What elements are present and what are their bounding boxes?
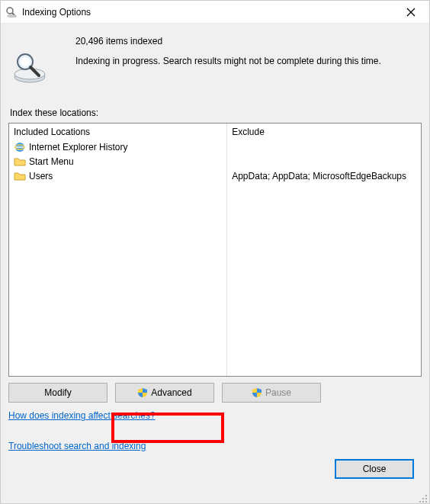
svg-point-8 bbox=[21, 57, 30, 66]
list-item-label: Users bbox=[29, 171, 53, 181]
svg-point-0 bbox=[7, 8, 13, 14]
shield-icon bbox=[137, 387, 148, 398]
exclude-cell bbox=[232, 140, 416, 154]
button-label: Modify bbox=[44, 387, 71, 398]
modify-button[interactable]: Modify bbox=[8, 383, 108, 403]
status-text: 20,496 items indexed Indexing in progres… bbox=[75, 36, 381, 85]
items-indexed-count: 20,496 items indexed bbox=[75, 36, 381, 47]
exclude-cell bbox=[232, 155, 416, 169]
svg-point-13 bbox=[422, 498, 424, 499]
status-section: 20,496 items indexed Indexing in progres… bbox=[8, 36, 422, 85]
close-window-button[interactable] bbox=[396, 2, 426, 23]
button-label: Close bbox=[363, 464, 387, 474]
app-icon bbox=[5, 6, 18, 18]
close-icon bbox=[406, 8, 416, 17]
exclude-header[interactable]: Exclude bbox=[232, 127, 416, 137]
button-label: Pause bbox=[265, 387, 291, 398]
window-title: Indexing Options bbox=[22, 7, 396, 18]
list-item[interactable]: Internet Explorer History bbox=[14, 140, 222, 154]
button-label: Advanced bbox=[151, 387, 191, 398]
how-indexing-link[interactable]: How does indexing affect searches? bbox=[8, 410, 422, 421]
folder-icon bbox=[14, 170, 26, 182]
pause-button[interactable]: Pause bbox=[222, 383, 321, 403]
locations-label: Index these locations: bbox=[10, 108, 422, 118]
list-item-label: Start Menu bbox=[29, 156, 74, 167]
close-button[interactable]: Close bbox=[335, 459, 414, 479]
svg-point-2 bbox=[7, 14, 16, 18]
locations-listview[interactable]: Included Locations Internet Explorer His… bbox=[8, 123, 422, 377]
troubleshoot-link[interactable]: Troubleshoot search and indexing bbox=[8, 441, 422, 451]
shield-icon bbox=[252, 387, 262, 398]
advanced-button[interactable]: Advanced bbox=[115, 383, 214, 403]
indexing-progress-message: Indexing in progress. Search results mig… bbox=[75, 56, 381, 66]
exclude-column: Exclude AppData; AppData; MicrosoftEdgeB… bbox=[227, 124, 421, 376]
list-item-label: Internet Explorer History bbox=[29, 142, 127, 152]
exclude-cell: AppData; AppData; MicrosoftEdgeBackups bbox=[232, 169, 416, 183]
svg-point-12 bbox=[425, 495, 427, 496]
dialog-body: 20,496 items indexed Indexing in progres… bbox=[1, 24, 429, 503]
resize-grip[interactable] bbox=[419, 493, 428, 502]
svg-point-14 bbox=[425, 498, 427, 499]
svg-point-17 bbox=[425, 501, 427, 502]
svg-point-15 bbox=[419, 501, 421, 502]
svg-point-16 bbox=[422, 501, 424, 502]
titlebar: Indexing Options bbox=[1, 1, 429, 24]
included-column: Included Locations Internet Explorer His… bbox=[9, 124, 227, 376]
action-buttons: Modify Advanced Pause bbox=[8, 383, 422, 403]
included-header[interactable]: Included Locations bbox=[14, 127, 222, 137]
list-item[interactable]: Start Menu bbox=[14, 155, 222, 169]
footer: Close bbox=[8, 454, 422, 486]
ie-icon bbox=[14, 141, 26, 153]
svg-point-6 bbox=[14, 69, 45, 79]
list-item[interactable]: Users bbox=[14, 169, 222, 183]
indexing-options-dialog: Indexing Options 20,496 items indexed In… bbox=[0, 0, 430, 504]
folder-icon bbox=[14, 156, 26, 168]
magnifier-drive-icon bbox=[11, 48, 48, 85]
